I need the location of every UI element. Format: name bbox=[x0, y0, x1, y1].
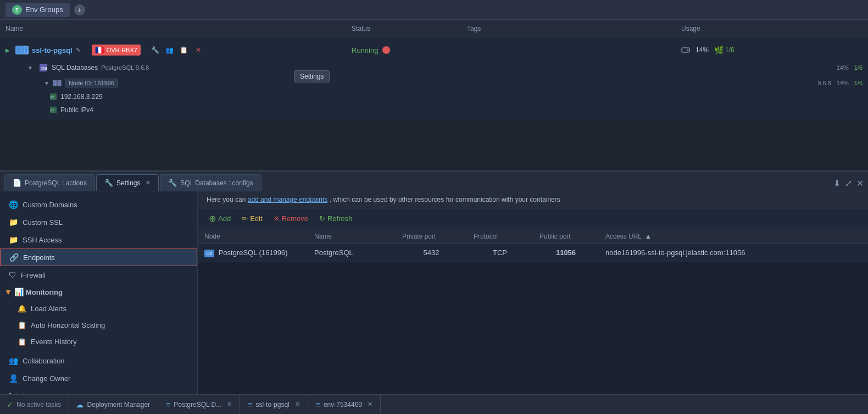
ssl-to-pgsql-taskbar-icon: ≡ bbox=[248, 400, 252, 409]
custom-ssl-label: Custom SSL bbox=[23, 218, 63, 227]
header-status: Status bbox=[352, 25, 467, 32]
tab-sql-configs-icon: 🔧 bbox=[168, 179, 177, 187]
add-endpoint-button[interactable]: ⊕ Add bbox=[204, 212, 235, 225]
sidebar-item-collaboration[interactable]: 👥 Collaboration bbox=[0, 352, 197, 369]
edit-pencil-icon: ✏ bbox=[242, 214, 248, 223]
expand-tab-icon[interactable]: ⤢ bbox=[845, 178, 852, 189]
env-status: Running bbox=[352, 46, 378, 54]
add-env-group-button[interactable]: + bbox=[74, 4, 85, 15]
lower-panel: 📄 PostgreSQL : actions 🔧 Settings ✕ 🔧 SQ… bbox=[0, 170, 868, 394]
th-private-port: Private port bbox=[396, 229, 467, 244]
add-label: Add bbox=[218, 214, 231, 223]
settings-sidebar: 🌐 Custom Domains 📁 Custom SSL 📁 SSH Acce… bbox=[0, 191, 198, 394]
env-7534469-close[interactable]: ✕ bbox=[368, 401, 372, 408]
svg-text:IP: IP bbox=[51, 109, 54, 112]
header-usage: Usage bbox=[681, 25, 863, 32]
public-ipv4: Public IPv4 bbox=[60, 106, 93, 114]
edit-label: Edit bbox=[250, 214, 262, 223]
env-7534469-label: env-7534469 bbox=[324, 401, 362, 409]
tab-pg-actions-icon: 📄 bbox=[13, 179, 21, 187]
taskbar-tab-postgresql-d[interactable]: ≡ PostgreSQL D... ✕ bbox=[158, 395, 240, 414]
refresh-label: Refresh bbox=[327, 214, 353, 223]
sidebar-item-load-alerts[interactable]: 🔔 Load Alerts bbox=[0, 300, 197, 317]
postgresql-d-close[interactable]: ✕ bbox=[227, 401, 232, 408]
env-edit-icon[interactable]: ✎ bbox=[76, 47, 81, 54]
db-name: SQL Databases bbox=[52, 64, 98, 71]
cell-private-port: 5432 bbox=[396, 244, 467, 262]
svg-rect-8 bbox=[53, 80, 57, 86]
info-suffix: , which can be used by other resources f… bbox=[330, 196, 560, 203]
sidebar-item-custom-ssl[interactable]: 📁 Custom SSL bbox=[0, 213, 197, 231]
ssl-to-pgsql-close[interactable]: ✕ bbox=[295, 401, 300, 408]
tab-settings[interactable]: 🔧 Settings ✕ bbox=[96, 174, 159, 191]
sidebar-item-firewall[interactable]: 🛡 Firewall bbox=[0, 266, 197, 284]
download-tab-icon[interactable]: ⬇ bbox=[833, 178, 841, 189]
public-ip-icon: IP bbox=[49, 106, 57, 114]
tab-sql-configs-label: SQL Databases : configs bbox=[180, 179, 253, 187]
taskbar-tab-ssl-to-pgsql[interactable]: ≡ ssl-to-pgsql ✕ bbox=[240, 395, 308, 414]
expand-icon[interactable]: ▶ bbox=[5, 47, 10, 53]
env-group-icon: E bbox=[12, 5, 22, 15]
info-text: Here you can bbox=[207, 196, 248, 203]
users-action-icon[interactable]: 👥 bbox=[164, 44, 176, 56]
tab-sql-configs[interactable]: 🔧 SQL Databases : configs bbox=[160, 174, 261, 191]
info-link[interactable]: add and manage endpoints bbox=[248, 196, 327, 203]
sidebar-item-auto-scaling[interactable]: 📋 Auto Horizontal Scaling bbox=[0, 317, 197, 333]
db-type-icon: DB bbox=[38, 63, 48, 73]
svg-rect-2 bbox=[25, 47, 27, 53]
refresh-endpoint-button[interactable]: ↻ Refresh bbox=[315, 213, 357, 224]
tab-settings-label: Settings bbox=[116, 179, 140, 187]
ssl-to-pgsql-label: ssl-to-pgsql bbox=[255, 401, 289, 409]
sort-arrow-icon[interactable]: ▲ bbox=[645, 233, 652, 240]
sidebar-item-endpoints[interactable]: 🔗 Endpoints bbox=[0, 249, 197, 266]
tab-settings-close[interactable]: ✕ bbox=[146, 179, 151, 186]
ssh-access-icon: 📁 bbox=[9, 235, 18, 244]
env-region-flag: 🇫🇷 OVH-RBX7 bbox=[92, 45, 141, 56]
edit-endpoint-button[interactable]: ✏ Edit bbox=[237, 213, 266, 224]
endpoints-table: Node Name Private port Protocol Public p… bbox=[198, 229, 868, 262]
custom-domains-label: Custom Domains bbox=[23, 201, 77, 209]
taskbar-tab-deployment-manager[interactable]: ☁ Deployment Manager bbox=[68, 395, 158, 414]
env-groups-tab[interactable]: E Env Groups bbox=[5, 3, 70, 17]
settings-action-icon[interactable]: 🔧 bbox=[149, 44, 162, 56]
env-name[interactable]: ssl-to-pgsql bbox=[32, 46, 73, 54]
sidebar-item-custom-domains[interactable]: 🌐 Custom Domains bbox=[0, 196, 197, 213]
stop-action-icon[interactable]: ✕ bbox=[192, 44, 204, 56]
svg-rect-9 bbox=[58, 80, 61, 86]
taskbar-tab-env-7534469[interactable]: ≡ env-7534469 ✕ bbox=[308, 395, 381, 414]
postgresql-d-label: PostgreSQL D... bbox=[174, 401, 221, 409]
close-panel-icon[interactable]: ✕ bbox=[856, 178, 864, 189]
remove-endpoint-button[interactable]: ✕ Remove bbox=[269, 213, 313, 224]
events-history-label: Events History bbox=[31, 338, 77, 346]
events-history-icon: 📋 bbox=[18, 338, 26, 346]
settings-tooltip: Settings bbox=[294, 70, 330, 82]
th-protocol: Protocol bbox=[467, 229, 533, 244]
deploy-action-icon[interactable]: 📋 bbox=[178, 44, 190, 56]
env-groups-label: Env Groups bbox=[25, 5, 63, 14]
endpoints-label: Endpoints bbox=[23, 253, 55, 262]
sidebar-item-change-owner[interactable]: 👤 Change Owner bbox=[0, 369, 197, 387]
cell-node: DB PostgreSQL (161996) bbox=[198, 244, 308, 262]
db-expand-arrow[interactable]: ▼ bbox=[27, 65, 33, 71]
sidebar-item-info[interactable]: ℹ Info bbox=[0, 387, 197, 394]
tab-postgresql-actions[interactable]: 📄 PostgreSQL : actions bbox=[4, 174, 95, 191]
sidebar-item-ssh-access[interactable]: 📁 SSH Access bbox=[0, 231, 197, 249]
ssh-access-label: SSH Access bbox=[23, 236, 62, 244]
remove-label: Remove bbox=[282, 214, 308, 223]
node-usage: 9.6.8 14% 1/6 bbox=[817, 80, 863, 86]
panel-body: 🌐 Custom Domains 📁 Custom SSL 📁 SSH Acce… bbox=[0, 191, 868, 394]
th-public-port: Public port bbox=[533, 229, 599, 244]
svg-point-4 bbox=[687, 49, 689, 51]
svg-rect-0 bbox=[17, 47, 21, 53]
tab-actions: ⬇ ⤢ ✕ bbox=[833, 178, 864, 191]
svg-text:DB: DB bbox=[41, 66, 47, 71]
svg-text:IP: IP bbox=[51, 95, 54, 99]
node-expand-icon[interactable]: ▼ bbox=[44, 80, 49, 86]
info-bar: Here you can add and manage endpoints , … bbox=[198, 191, 868, 208]
env-actions: 🔧 👥 📋 ✕ bbox=[149, 44, 204, 56]
sidebar-section-monitoring[interactable]: ▼ 📊 Monitoring bbox=[0, 284, 197, 300]
env-usage-pct: 14% bbox=[695, 46, 709, 54]
monitoring-expand-icon: ▼ bbox=[4, 288, 12, 296]
sidebar-item-events-history[interactable]: 📋 Events History bbox=[0, 333, 197, 350]
env-list-header: Name Status Tags Usage bbox=[0, 20, 868, 37]
